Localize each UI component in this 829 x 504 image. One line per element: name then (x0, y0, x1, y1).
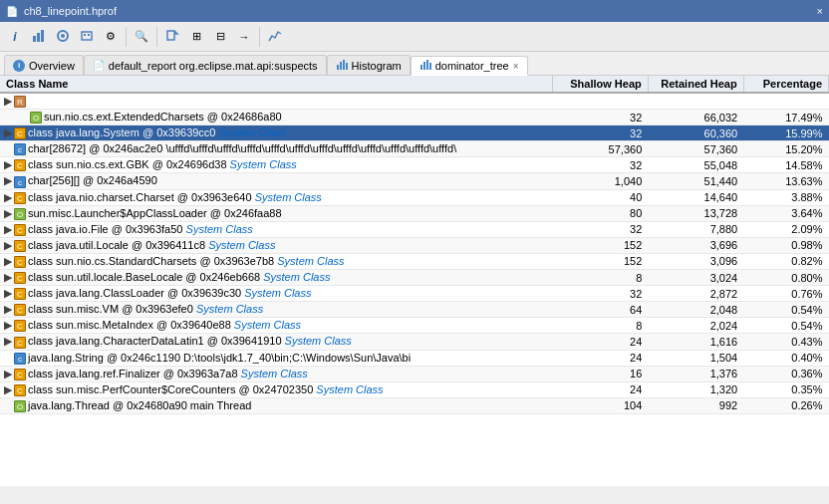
table-row[interactable]: ▶Cclass java.lang.ClassLoader @ 0x39639c… (0, 286, 829, 302)
class-name-text: class java.lang.ref.Finalizer @ 0x3963a7… (28, 368, 308, 379)
table-row[interactable]: ▶Cclass sun.nio.cs.ext.GBK @ 0x24696d38 … (0, 157, 829, 173)
window-btn[interactable]: ⊞ (185, 26, 207, 48)
col-shallow[interactable]: Shallow Heap (552, 76, 648, 93)
expand-button[interactable]: ▶ (4, 368, 14, 380)
system-class-label: System Class (227, 158, 297, 170)
memory-btn[interactable] (76, 26, 98, 48)
graph-btn[interactable] (264, 26, 286, 48)
table-row[interactable]: ▶R (0, 93, 829, 110)
table-row[interactable]: ▶Cclass sun.misc.VM @ 0x3963efe0 System … (0, 302, 829, 318)
expand-button[interactable]: ▶ (4, 319, 14, 332)
cell-retained: 13,728 (648, 205, 743, 221)
cell-shallow: 8 (552, 318, 648, 334)
class-name-text: class sun.misc.PerfCounter$CoreCounters … (28, 383, 384, 395)
system-class-label: System Class (252, 191, 322, 203)
class-name-text: class java.nio.charset.Charset @ 0x3963e… (28, 191, 322, 203)
table-row[interactable]: Osun.nio.cs.ext.ExtendedCharsets @ 0x246… (0, 110, 829, 126)
table-row[interactable]: ▶Cclass java.lang.CharacterDataLatin1 @ … (0, 334, 829, 350)
table-row[interactable]: ▶Cclass sun.misc.PerfCounter$CoreCounter… (0, 381, 829, 397)
class-icon: C (14, 240, 26, 252)
class-name-text: class java.util.Locale @ 0x396411c8 Syst… (28, 239, 275, 251)
table-row[interactable]: ▶Cclass sun.util.locale.BaseLocale @ 0x2… (0, 270, 829, 286)
char-icon: c (14, 143, 26, 155)
cell-retained: 2,024 (648, 318, 743, 334)
memory-icon (80, 29, 94, 45)
table-row[interactable]: cchar[28672] @ 0x246ac2e0 \ufffd\ufffd\u… (0, 141, 829, 157)
cell-shallow: 32 (552, 157, 648, 173)
cell-shallow: 8 (552, 270, 648, 286)
col-classname[interactable]: Class Name (0, 76, 552, 93)
histogram-icon (336, 59, 348, 73)
class-name-text: java.lang.String @ 0x246c1190 D:\tools\j… (28, 352, 411, 364)
cell-classname: Osun.nio.cs.ext.ExtendedCharsets @ 0x246… (0, 110, 552, 126)
cell-classname: ▶Cclass java.io.File @ 0x3963fa50 System… (0, 221, 552, 237)
cell-classname: ▶Cclass java.lang.ClassLoader @ 0x39639c… (0, 286, 552, 302)
system-class-label: System Class (241, 287, 311, 299)
export-btn[interactable] (161, 26, 183, 48)
expand-button[interactable]: ▶ (4, 255, 14, 268)
tab-dominator-tree[interactable]: dominator_tree × (411, 56, 528, 76)
class-name-text: class java.lang.CharacterDataLatin1 @ 0x… (28, 335, 352, 347)
table-row[interactable]: ▶Cclass java.io.File @ 0x3963fa50 System… (0, 221, 829, 237)
expand-button[interactable]: ▶ (4, 207, 14, 220)
tab-default-report[interactable]: 📄 default_report org.eclipse.mat.api:sus… (84, 55, 327, 75)
tab-dominator-close[interactable]: × (513, 61, 519, 72)
cell-percentage: 0.54% (743, 318, 828, 334)
expand-button[interactable]: ▶ (4, 287, 14, 300)
title-close-btn[interactable]: × (817, 5, 823, 17)
cell-classname: ▶Cclass sun.nio.cs.ext.GBK @ 0x24696d38 … (0, 157, 552, 173)
table-row[interactable]: ▶Cclass sun.nio.cs.StandardCharsets @ 0x… (0, 253, 829, 269)
table-row[interactable]: ▶cchar[256][] @ 0x246a45901,04051,44013.… (0, 173, 829, 189)
expand-button[interactable]: ▶ (4, 271, 14, 284)
table-row[interactable]: ▶Cclass java.nio.charset.Charset @ 0x396… (0, 189, 829, 205)
layout-btn[interactable]: ⊟ (209, 26, 231, 48)
table-row[interactable]: ▶Cclass java.lang.ref.Finalizer @ 0x3963… (0, 366, 829, 381)
expand-button[interactable]: ▶ (4, 383, 14, 396)
cell-retained: 7,880 (648, 221, 743, 237)
class-icon: C (14, 337, 26, 349)
arrow-btn[interactable]: → (233, 26, 255, 48)
expand-button[interactable]: ▶ (4, 174, 14, 187)
info-btn[interactable]: i (4, 26, 26, 48)
expand-button[interactable]: ▶ (4, 223, 14, 236)
expand-button[interactable]: ▶ (4, 95, 14, 108)
svg-rect-5 (82, 32, 92, 40)
expand-button[interactable]: ▶ (4, 191, 14, 204)
svg-rect-0 (33, 36, 36, 42)
cell-percentage: 0.35% (743, 381, 828, 397)
class-name-text: class sun.misc.VM @ 0x3963efe0 System Cl… (28, 303, 263, 315)
col-percentage[interactable]: Percentage (743, 76, 828, 93)
tab-overview[interactable]: i Overview (4, 55, 84, 75)
table-row[interactable]: ▶Cclass java.lang.System @ 0x39639cc0 Sy… (0, 126, 829, 141)
sep2 (156, 27, 157, 47)
cell-shallow: 32 (552, 221, 648, 237)
tab-dominator-label: dominator_tree (435, 60, 509, 72)
svg-rect-15 (426, 60, 428, 70)
class-icon: C (14, 304, 26, 316)
class-icon: C (14, 288, 26, 300)
system-class-label: System Class (193, 303, 263, 315)
tab-histogram[interactable]: Histogram (327, 55, 411, 75)
expand-button[interactable]: ▶ (4, 335, 14, 348)
expand-button[interactable]: ▶ (4, 158, 14, 171)
table-container: Class Name Shallow Heap Retained Heap Pe… (0, 76, 829, 486)
table-row[interactable]: ▶Cclass java.util.Locale @ 0x396411c8 Sy… (0, 237, 829, 253)
expand-button[interactable]: ▶ (4, 303, 14, 316)
tab-histogram-label: Histogram (352, 60, 402, 72)
search-btn[interactable]: 🔍 (131, 26, 152, 48)
class-name-text: class sun.nio.cs.StandardCharsets @ 0x39… (28, 255, 345, 267)
table-row[interactable]: ▶Osun.misc.Launcher$AppClassLoader @ 0x2… (0, 205, 829, 221)
col-retained[interactable]: Retained Heap (648, 76, 743, 93)
table-row[interactable]: cjava.lang.String @ 0x246c1190 D:\tools\… (0, 350, 829, 366)
chart-btn[interactable] (28, 26, 50, 48)
table-row[interactable]: ▶Cclass sun.misc.MetaIndex @ 0x39640e88 … (0, 318, 829, 334)
class-icon: C (14, 272, 26, 284)
table-row[interactable]: Ojava.lang.Thread @ 0x24680a90 main Thre… (0, 397, 829, 413)
expand-button[interactable]: ▶ (4, 126, 14, 139)
class-name-text: char[28672] @ 0x246ac2e0 \ufffd\ufffd\uf… (28, 142, 456, 154)
expand-button[interactable]: ▶ (4, 239, 14, 252)
settings-btn[interactable]: ⚙ (100, 26, 122, 48)
heap-btn[interactable] (52, 26, 74, 48)
cell-retained: 2,872 (648, 286, 743, 302)
report-icon: 📄 (93, 60, 105, 71)
